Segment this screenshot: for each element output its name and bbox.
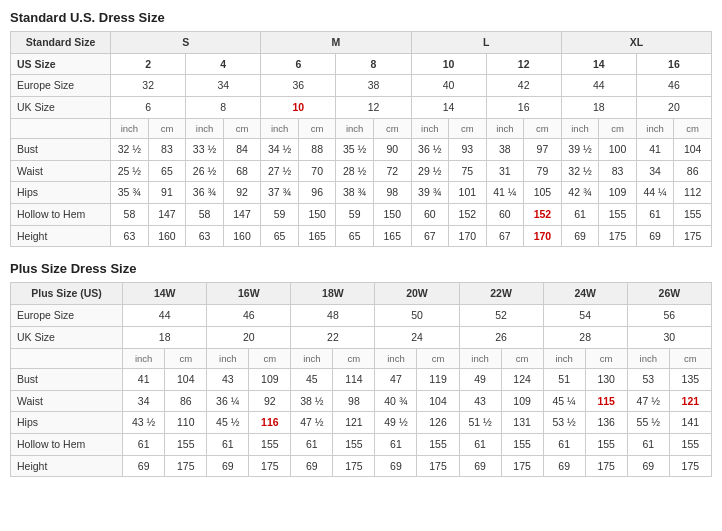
size-l: L (411, 32, 561, 54)
measurement-cm: 147 (148, 204, 186, 226)
plus-measurement-inch: 36 ¼ (207, 390, 249, 412)
plus-measurement-cm: 104 (165, 368, 207, 390)
plus-measurement-inch: 43 (207, 368, 249, 390)
plus-measurement-cm: 92 (249, 390, 291, 412)
plus-unit-cm-5: cm (501, 348, 543, 368)
plus-22w: 22W (459, 283, 543, 305)
unit-cm-3: cm (298, 118, 336, 138)
plus-measurement-cm: 175 (333, 455, 375, 477)
plus-26w: 26W (627, 283, 711, 305)
plus-size-label: Plus Size (US) (11, 283, 123, 305)
measurement-cm: 100 (599, 139, 637, 161)
plus-measurement-inch: 55 ½ (627, 412, 669, 434)
measurement-inch: 59 (261, 204, 299, 226)
plus-measurement-inch: 45 (291, 368, 333, 390)
unit-cm-1: cm (148, 118, 186, 138)
unit-cm-8: cm (674, 118, 712, 138)
measurement-cm: 170 (449, 225, 487, 247)
plus-unit-inch-6: inch (543, 348, 585, 368)
plus-measurement-inch: 53 (627, 368, 669, 390)
measurement-cm: 84 (223, 139, 261, 161)
eu-40: 40 (411, 75, 486, 97)
measurement-inch: 38 (486, 139, 524, 161)
plus-unit-cm-1: cm (165, 348, 207, 368)
plus-unit-inch-3: inch (291, 348, 333, 368)
plus-measurement-inch: 43 ½ (123, 412, 165, 434)
peu-48: 48 (291, 305, 375, 327)
measurement-cm: 79 (524, 160, 562, 182)
plus-measurement-inch: 61 (123, 433, 165, 455)
unit-cm-5: cm (449, 118, 487, 138)
us-8: 8 (336, 53, 411, 75)
plus-unit-cm-3: cm (333, 348, 375, 368)
unit-inch-6: inch (486, 118, 524, 138)
measurement-inch: 25 ½ (111, 160, 149, 182)
measurement-cm: 101 (449, 182, 487, 204)
measurement-inch: 35 ½ (336, 139, 374, 161)
plus-measurement-inch: 43 (459, 390, 501, 412)
measurement-cm: 152 (449, 204, 487, 226)
plus-20w: 20W (375, 283, 459, 305)
plus-unit-cm-7: cm (669, 348, 711, 368)
plus-measurement-inch: 69 (207, 455, 249, 477)
plus-measurement-label: Height (11, 455, 123, 477)
measurement-inch: 34 (636, 160, 674, 182)
plus-measurement-inch: 34 (123, 390, 165, 412)
measurement-inch: 58 (186, 204, 224, 226)
measurement-cm: 75 (449, 160, 487, 182)
plus-uk-label: UK Size (11, 326, 123, 348)
standard-table: Standard Size S M L XL US Size 2 4 6 8 1… (10, 31, 712, 247)
puk-30: 30 (627, 326, 711, 348)
us-12: 12 (486, 53, 561, 75)
measurement-inch: 37 ¾ (261, 182, 299, 204)
plus-measurement-inch: 69 (543, 455, 585, 477)
uk-6: 6 (111, 97, 186, 119)
unit-cm-2: cm (223, 118, 261, 138)
plus-measurement-cm: 114 (333, 368, 375, 390)
measurement-cm: 65 (148, 160, 186, 182)
plus-measurement-cm: 155 (249, 433, 291, 455)
measurement-inch: 63 (111, 225, 149, 247)
plus-table: Plus Size (US) 14W 16W 18W 20W 22W 24W 2… (10, 282, 712, 477)
plus-measurement-cm: 109 (501, 390, 543, 412)
uk-10: 10 (261, 97, 336, 119)
unit-spacer (11, 118, 111, 138)
plus-unit-cm-2: cm (249, 348, 291, 368)
plus-measurement-cm: 155 (501, 433, 543, 455)
plus-measurement-inch: 51 (543, 368, 585, 390)
standard-title: Standard U.S. Dress Size (10, 10, 712, 25)
plus-measurement-cm: 155 (333, 433, 375, 455)
measurement-cm: 97 (524, 139, 562, 161)
plus-measurement-cm: 86 (165, 390, 207, 412)
plus-measurement-inch: 45 ½ (207, 412, 249, 434)
measurement-inch: 29 ½ (411, 160, 449, 182)
plus-measurement-cm: 98 (333, 390, 375, 412)
plus-measurement-cm: 175 (249, 455, 291, 477)
size-s: S (111, 32, 261, 54)
uk-20: 20 (636, 97, 711, 119)
plus-measurement-cm: 124 (501, 368, 543, 390)
measurement-cm: 165 (373, 225, 411, 247)
measurement-inch: 42 ¾ (561, 182, 599, 204)
plus-measurement-inch: 69 (123, 455, 165, 477)
uk-12: 12 (336, 97, 411, 119)
plus-measurement-cm: 175 (669, 455, 711, 477)
plus-16w: 16W (207, 283, 291, 305)
measurement-cm: 160 (223, 225, 261, 247)
plus-unit-cm-6: cm (585, 348, 627, 368)
plus-measurement-inch: 61 (459, 433, 501, 455)
uk-18: 18 (561, 97, 636, 119)
measurement-cm: 98 (373, 182, 411, 204)
unit-inch-5: inch (411, 118, 449, 138)
plus-unit-inch-7: inch (627, 348, 669, 368)
measurement-cm: 150 (298, 204, 336, 226)
measurement-inch: 27 ½ (261, 160, 299, 182)
size-m: M (261, 32, 411, 54)
plus-unit-inch-2: inch (207, 348, 249, 368)
measurement-cm: 175 (599, 225, 637, 247)
plus-measurement-cm: 175 (417, 455, 459, 477)
puk-20: 20 (207, 326, 291, 348)
eu-46: 46 (636, 75, 711, 97)
plus-24w: 24W (543, 283, 627, 305)
measurement-cm: 165 (298, 225, 336, 247)
